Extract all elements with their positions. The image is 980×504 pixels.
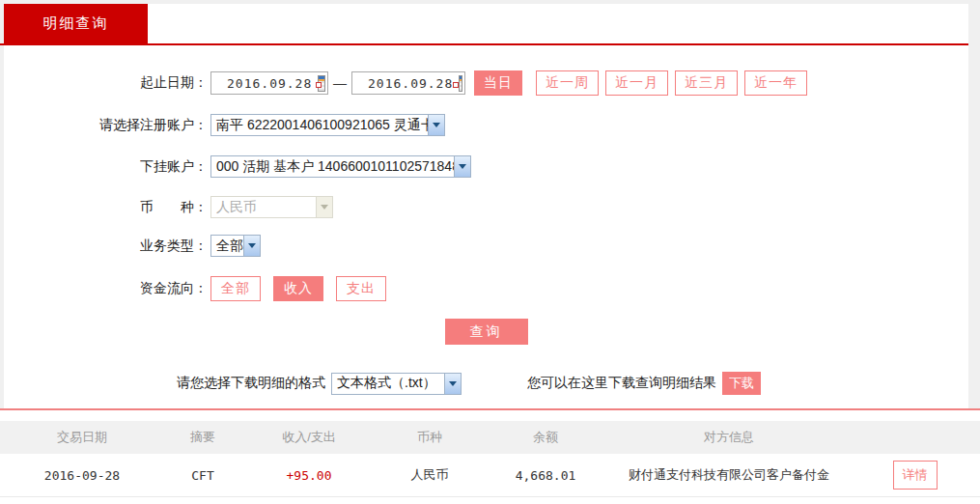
- download-format-value: 文本格式（.txt）: [332, 374, 444, 394]
- business-type-label: 业务类型：: [4, 238, 208, 255]
- registered-account-select[interactable]: 南平 6222001406100921065 灵通卡: [210, 114, 445, 136]
- chevron-down-icon: [316, 197, 332, 217]
- cell-trade-date: 2016-09-28: [0, 468, 164, 483]
- calendar-icon[interactable]: [459, 75, 462, 92]
- query-button[interactable]: 查询: [445, 319, 528, 345]
- currency-label: 币 种：: [4, 199, 208, 216]
- sub-account-value: 000 活期 基本户 1406600101102571848: [211, 156, 454, 177]
- header-currency: 币种: [377, 429, 483, 446]
- sub-account-select[interactable]: 000 活期 基本户 1406600101102571848: [210, 155, 471, 178]
- date-range-separator: —: [333, 75, 347, 91]
- quick-range-quarter-button[interactable]: 近三月: [675, 70, 738, 96]
- table-header-row: 交易日期 摘要 收入/支出 币种 余额 对方信息: [0, 421, 980, 454]
- header-trade-date: 交易日期: [0, 429, 164, 446]
- download-row: 请您选择下载明细的格式 文本格式（.txt） 您可以在这里下载查询明细结果 下载: [4, 372, 968, 395]
- registered-account-row: 请选择注册账户： 南平 6222001406100921065 灵通卡: [4, 114, 968, 136]
- start-date-input[interactable]: 2016.09.28: [210, 71, 328, 95]
- date-range-row: 起止日期： 2016.09.28 — 2016.09.28 当日 近一周 近一月…: [4, 70, 968, 96]
- fund-flow-label: 资金流向：: [4, 280, 208, 297]
- query-form: 起止日期： 2016.09.28 — 2016.09.28 当日 近一周 近一月…: [4, 45, 968, 395]
- fund-flow-row: 资金流向： 全部 收入 支出: [4, 276, 968, 301]
- download-format-select[interactable]: 文本格式（.txt）: [331, 373, 462, 395]
- quick-range-month-button[interactable]: 近一月: [605, 70, 668, 96]
- end-date-input[interactable]: 2016.09.28: [351, 71, 465, 95]
- header-balance: 余额: [483, 429, 608, 446]
- end-date-value: 2016.09.28: [352, 76, 459, 91]
- download-button[interactable]: 下载: [722, 372, 761, 395]
- cell-balance: 4,668.01: [483, 468, 608, 483]
- calendar-icon[interactable]: [318, 75, 325, 92]
- quick-range-week-button[interactable]: 近一周: [536, 70, 599, 96]
- cell-currency: 人民币: [377, 466, 483, 484]
- fund-flow-all-button[interactable]: 全部: [210, 276, 261, 301]
- fund-flow-expense-button[interactable]: 支出: [336, 276, 386, 301]
- chevron-down-icon[interactable]: [243, 236, 260, 256]
- sub-account-label: 下挂账户：: [4, 158, 208, 176]
- registered-account-label: 请选择注册账户：: [4, 117, 208, 134]
- page-edge-right: [968, 0, 980, 408]
- page: 明细查询 起止日期： 2016.09.28 — 2016.09.28 当日 近一…: [0, 0, 980, 504]
- query-button-row: 查询: [4, 319, 968, 345]
- quick-range-year-button[interactable]: 近一年: [744, 70, 807, 96]
- business-type-row: 业务类型： 全部: [4, 235, 968, 257]
- currency-select: 人民币: [210, 196, 333, 218]
- start-date-value: 2016.09.28: [211, 76, 318, 91]
- registered-account-value: 南平 6222001406100921065 灵通卡: [211, 115, 428, 135]
- date-range-label: 起止日期：: [4, 74, 208, 92]
- business-type-select[interactable]: 全部: [210, 235, 261, 257]
- cell-summary: CFT: [164, 468, 241, 483]
- chevron-down-icon[interactable]: [454, 156, 470, 177]
- sub-account-row: 下挂账户： 000 活期 基本户 1406600101102571848: [4, 155, 968, 178]
- chevron-down-icon[interactable]: [444, 374, 461, 394]
- detail-button[interactable]: 详情: [893, 461, 938, 490]
- cell-amount: +95.00: [241, 468, 377, 483]
- quick-range-today-button[interactable]: 当日: [474, 70, 522, 96]
- currency-value: 人民币: [211, 197, 316, 217]
- download-format-label: 请您选择下载明细的格式: [177, 375, 325, 392]
- fund-flow-income-button[interactable]: 收入: [273, 276, 323, 301]
- header-counterparty: 对方信息: [608, 429, 850, 446]
- business-type-value: 全部: [211, 236, 243, 256]
- header-income-expense: 收入/支出: [241, 429, 377, 446]
- results-table: 交易日期 摘要 收入/支出 币种 余额 对方信息 2016-09-28 CFT …: [0, 408, 980, 497]
- table-row: 2016-09-28 CFT +95.00 人民币 4,668.01 财付通支付…: [0, 454, 980, 497]
- tab-detail-query[interactable]: 明细查询: [4, 4, 148, 43]
- currency-row: 币 种： 人民币: [4, 196, 968, 218]
- header-summary: 摘要: [164, 429, 241, 446]
- download-hint: 您可以在这里下载查询明细结果: [527, 375, 716, 392]
- cell-counterparty: 财付通支付科技有限公司客户备付金: [608, 466, 850, 484]
- chevron-down-icon[interactable]: [428, 115, 444, 135]
